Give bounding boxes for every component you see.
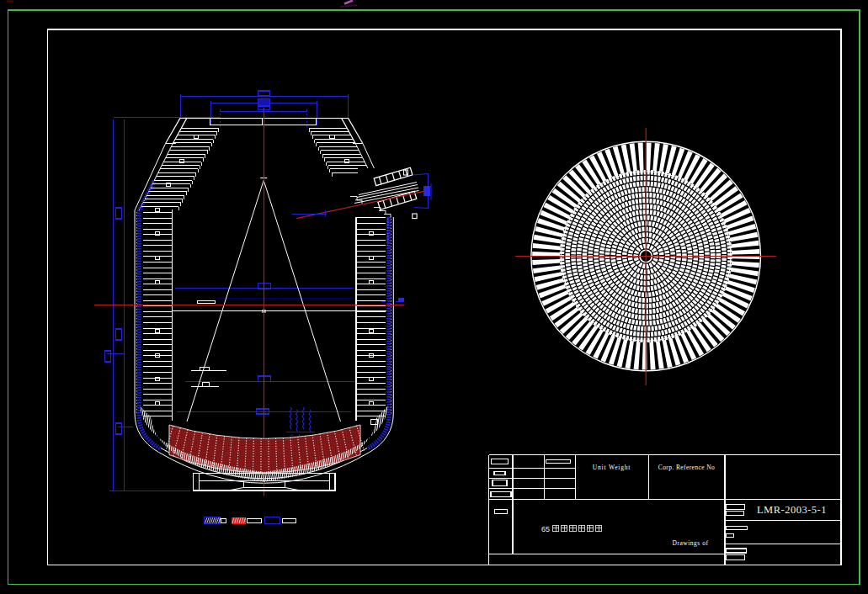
svg-text:LMR-2003-5-1: LMR-2003-5-1 [757,504,827,516]
svg-text:Unit Weight: Unit Weight [593,464,631,471]
svg-text:Drawings of: Drawings of [673,539,709,547]
svg-text:65: 65 [541,525,550,533]
svg-text:Corp. Reference No: Corp. Reference No [658,464,715,471]
